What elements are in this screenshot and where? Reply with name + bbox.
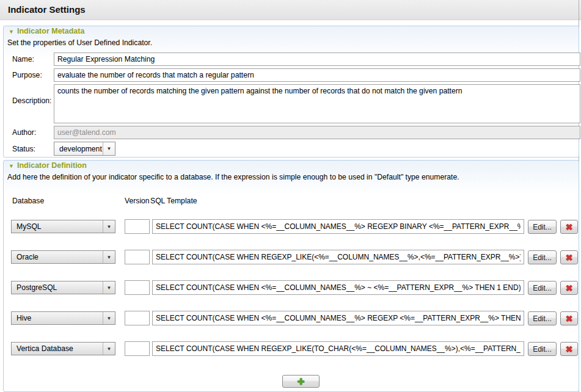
edit-button[interactable]: Edit... [528, 220, 557, 234]
version-input[interactable] [125, 250, 150, 264]
sql-template-input[interactable] [152, 250, 524, 264]
sql-template-input[interactable] [152, 219, 524, 234]
sql-template-input[interactable] [152, 311, 524, 325]
edit-button-label: Edit... [533, 253, 552, 262]
definition-collapse-icon[interactable]: ▼ [9, 162, 14, 170]
title-bar: Indicator Settings [0, 0, 581, 20]
description-label: Description: [12, 96, 51, 105]
indicator-settings-page: Indicator Settings ▼ Indicator Metadata … [0, 0, 581, 392]
purpose-label: Purpose: [12, 71, 42, 79]
chevron-down-icon[interactable]: ▼ [103, 220, 115, 233]
edit-button[interactable]: Edit... [528, 281, 557, 295]
delete-icon: ✖ [566, 253, 573, 262]
chevron-down-icon[interactable]: ▼ [103, 343, 115, 355]
database-select-value: PostgreSQL [12, 283, 103, 292]
edit-button[interactable]: Edit... [528, 250, 557, 264]
database-select-value: MySQL [12, 222, 103, 231]
delete-button[interactable]: ✖ [560, 250, 578, 264]
delete-button[interactable]: ✖ [560, 281, 578, 295]
definition-section-title[interactable]: Indicator Definition [17, 161, 87, 170]
edit-button-label: Edit... [533, 223, 552, 231]
delete-icon: ✖ [566, 345, 573, 354]
chevron-down-icon[interactable]: ▼ [103, 312, 115, 324]
chevron-down-icon[interactable]: ▼ [103, 142, 115, 155]
database-select[interactable]: PostgreSQL ▼ [11, 281, 115, 294]
edit-button[interactable]: Edit... [528, 342, 557, 356]
edit-button-label: Edit... [533, 345, 552, 354]
status-label: Status: [12, 145, 35, 153]
database-select-value: Vertica Database [12, 344, 103, 353]
name-label: Name: [12, 55, 34, 64]
metadata-collapse-icon[interactable]: ▼ [9, 28, 14, 35]
author-input [54, 126, 580, 139]
database-select-value: Oracle [12, 253, 103, 261]
delete-button[interactable]: ✖ [560, 311, 578, 325]
status-select[interactable]: development ▼ [54, 142, 115, 156]
database-select[interactable]: Hive ▼ [11, 311, 115, 325]
delete-button[interactable]: ✖ [560, 342, 578, 356]
author-label: Author: [12, 128, 36, 137]
chevron-down-icon[interactable]: ▼ [103, 281, 115, 294]
database-select[interactable]: Vertica Database ▼ [11, 342, 115, 355]
description-textarea[interactable]: counts the number of records matching th… [54, 84, 580, 123]
add-definition-button[interactable]: ✚ [282, 375, 320, 388]
definition-section-subtitle: Add here the definition of your indicato… [7, 173, 459, 181]
edit-button-label: Edit... [533, 314, 552, 323]
definition-section [3, 160, 579, 392]
database-select-value: Hive [12, 314, 103, 322]
column-header-version: Version [125, 197, 150, 205]
metadata-section-title[interactable]: Indicator Metadata [17, 27, 84, 35]
version-input[interactable] [125, 280, 150, 295]
page-title: Indicator Settings [8, 0, 86, 20]
database-select[interactable]: MySQL ▼ [11, 220, 115, 233]
column-header-sql-template: SQL Template [150, 197, 197, 205]
sql-template-input[interactable] [152, 341, 524, 356]
column-header-database: Database [12, 197, 44, 205]
add-icon: ✚ [298, 377, 305, 386]
delete-icon: ✖ [566, 284, 573, 292]
version-input[interactable] [125, 219, 150, 234]
delete-button[interactable]: ✖ [560, 220, 578, 234]
metadata-section-subtitle: Set the properties of User Defined Indic… [7, 38, 152, 47]
edit-button[interactable]: Edit... [528, 311, 557, 325]
chevron-down-icon[interactable]: ▼ [103, 251, 115, 263]
delete-icon: ✖ [566, 314, 573, 323]
status-select-value: development [54, 145, 103, 153]
edit-button-label: Edit... [533, 284, 552, 292]
version-input[interactable] [125, 341, 150, 356]
name-input[interactable] [54, 53, 580, 66]
delete-icon: ✖ [566, 223, 573, 231]
purpose-input[interactable] [54, 68, 580, 82]
database-select[interactable]: Oracle ▼ [11, 250, 115, 264]
version-input[interactable] [125, 311, 150, 325]
sql-template-input[interactable] [152, 280, 524, 295]
